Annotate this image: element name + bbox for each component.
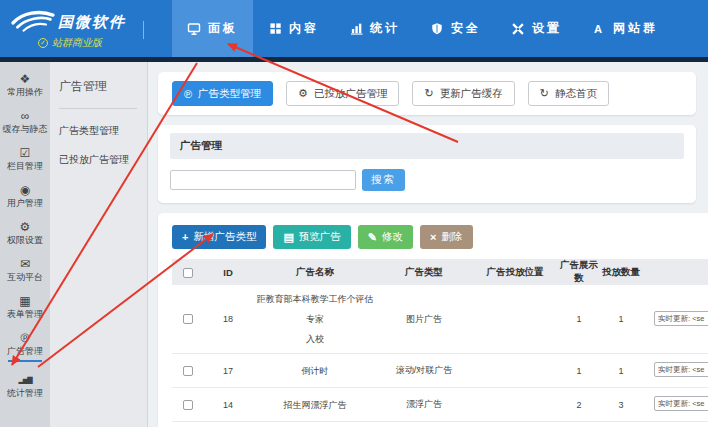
search-button[interactable]: 搜索 (362, 169, 405, 191)
nav-item-settings[interactable]: 设置 (496, 0, 577, 57)
cell-ad-position (470, 388, 560, 422)
svg-text:A: A (594, 23, 605, 35)
close-icon: × (430, 231, 436, 243)
cell-ad-name: 距教育部本科教学工作个评估专家 入校 (252, 285, 378, 354)
gears-icon: ⚙ (298, 87, 308, 100)
table-row: 18 距教育部本科教学工作个评估专家 入校 图片广告 1 1 实时更新: <se (172, 285, 708, 354)
submenu-title: 广告管理 (59, 78, 137, 109)
submenu-panel: 广告管理 广告类型管理 已投放广告管理 (50, 62, 148, 427)
table-row: 17 倒计时 滚动/对联广告 1 1 实时更新: <se (172, 354, 708, 388)
nav-item-content[interactable]: 内容 (253, 0, 334, 57)
submenu-item-ad-type-management[interactable]: 广告类型管理 (59, 124, 147, 138)
sidebar-item-permission-settings[interactable]: ⚙ 权限设置 (0, 220, 50, 246)
search-input[interactable] (170, 170, 356, 190)
realtime-update-input[interactable]: 实时更新: <se (654, 311, 708, 326)
row-checkbox[interactable] (183, 400, 193, 410)
cell-id: 17 (204, 354, 252, 388)
monitor-icon (187, 22, 201, 36)
cell-ad-type: 漂浮广告 (378, 388, 470, 422)
sidebar-item-column-management[interactable]: ☑ 栏目管理 (0, 146, 50, 172)
select-all-checkbox[interactable] (183, 268, 193, 278)
cell-ad-type: 图片广告 (378, 422, 470, 427)
col-header-ad-position: 广告投放位置 (470, 259, 560, 285)
cell-ad-position (470, 422, 560, 427)
gear-icon: ⚙ (0, 220, 50, 234)
row-checkbox[interactable] (183, 366, 193, 376)
brand-subtitle: ✓ 站群商业版 (38, 36, 102, 50)
document-icon: ▤ (283, 231, 293, 244)
tab-static-homepage[interactable]: ↻ 静态首页 (528, 81, 609, 106)
add-ad-type-button[interactable]: + 新增广告类型 (172, 225, 266, 249)
tab-ad-type-management[interactable]: ℗ 广告类型管理 (172, 81, 273, 106)
tab-buttons-card: ℗ 广告类型管理 ⚙ 已投放广告管理 ↻ 更新广告缓存 ↻ 静态首页 (158, 72, 696, 115)
grid-icon (268, 22, 282, 36)
cell-id: 18 (204, 285, 252, 354)
realtime-update-input[interactable]: 实时更新: <se (654, 362, 708, 377)
cell-placements: 1 (598, 354, 644, 388)
nav-label: 统计 (370, 20, 400, 37)
sidebar-item-cache-static[interactable]: ∞ 缓存与静态 (0, 109, 50, 135)
table-header-row: ID 广告名称 广告类型 广告投放位置 广告展示数 投放数量 (172, 259, 708, 285)
col-header-ad-name: 广告名称 (252, 259, 378, 285)
nav-item-statistics[interactable]: 统计 (334, 0, 415, 57)
megaphone-icon: ℗ (184, 88, 192, 100)
envelope-icon: ✉ (0, 257, 50, 271)
cell-ad-type: 滚动/对联广告 (378, 354, 470, 388)
sidebar-item-user-management[interactable]: ◉ 用户管理 (0, 183, 50, 209)
tab-placed-ads-management[interactable]: ⚙ 已投放广告管理 (286, 81, 399, 106)
edit-button[interactable]: ✎ 修改 (358, 225, 413, 249)
cell-ad-type: 图片广告 (378, 285, 470, 354)
col-header-placements: 投放数量 (598, 259, 644, 285)
delete-button[interactable]: × 删除 (420, 225, 472, 249)
table-row: 13 右下角广告 图片广告 1 1 实时更新: <se (172, 422, 708, 427)
brand-title: 国微软件 (58, 13, 126, 32)
sidebar-item-common-operations[interactable]: ❖ 常用操作 (0, 72, 50, 98)
brand-separator (143, 21, 144, 39)
cell-ad-name: 倒计时 (252, 354, 378, 388)
active-underline (8, 360, 42, 362)
main-nav: 面板 内容 统计 安全 设置 A (172, 0, 673, 57)
sidebar-item-statistics-management[interactable]: ▂▅▇ 统计管理 (0, 373, 50, 399)
sidebar-item-interaction-platform[interactable]: ✉ 互动平台 (0, 257, 50, 283)
col-header-impressions: 广告展示数 (560, 259, 598, 285)
brand-subtitle-text: 站群商业版 (52, 36, 102, 50)
cell-impressions: 1 (560, 422, 598, 427)
ads-table: ID 广告名称 广告类型 广告投放位置 广告展示数 投放数量 18 距教育部本科… (172, 259, 708, 427)
col-header-id: ID (204, 259, 252, 285)
table-body: 18 距教育部本科教学工作个评估专家 入校 图片广告 1 1 实时更新: <se… (172, 285, 708, 427)
cell-id: 14 (204, 388, 252, 422)
sidebar-item-ad-management[interactable]: ℗ 广告管理 (0, 331, 50, 362)
left-icon-sidebar: ❖ 常用操作 ∞ 缓存与静态 ☑ 栏目管理 ◉ 用户管理 ⚙ 权限设置 ✉ 互动… (0, 62, 50, 427)
top-header: 国微软件 ✓ 站群商业版 面板 内容 统计 (0, 0, 708, 62)
col-header-blank (644, 259, 708, 285)
brand-swoosh-icon (10, 9, 56, 35)
nav-item-website-group[interactable]: A 网站群 (577, 0, 673, 57)
nav-item-security[interactable]: 安全 (415, 0, 496, 57)
main-content: ℗ 广告类型管理 ⚙ 已投放广告管理 ↻ 更新广告缓存 ↻ 静态首页 广告管理 … (148, 62, 708, 427)
brand-block: 国微软件 ✓ 站群商业版 (0, 0, 144, 57)
cell-placements: 1 (598, 422, 644, 427)
link-icon: ∞ (0, 109, 50, 123)
calendar-icon: ▦ (0, 294, 50, 308)
tab-refresh-ad-cache[interactable]: ↻ 更新广告缓存 (412, 81, 514, 106)
cell-impressions: 1 (560, 354, 598, 388)
ad-search-card: 广告管理 搜索 (158, 125, 696, 203)
col-header-ad-type: 广告类型 (378, 259, 470, 285)
row-checkbox[interactable] (183, 314, 193, 324)
plus-icon: + (182, 231, 188, 243)
brand-badge-icon: ✓ (38, 38, 48, 48)
nav-item-dashboard[interactable]: 面板 (172, 0, 253, 57)
bar-chart-icon (349, 22, 363, 36)
megaphone-icon: ℗ (0, 331, 50, 345)
sidebar-item-form-management[interactable]: ▦ 表单管理 (0, 294, 50, 320)
cell-placements: 1 (598, 285, 644, 354)
preview-ad-button[interactable]: ▤ 预览广告 (273, 225, 350, 249)
table-toolbar: + 新增广告类型 ▤ 预览广告 ✎ 修改 × 删除 (158, 225, 708, 259)
cell-placements: 3 (598, 388, 644, 422)
submenu-item-placed-ads-management[interactable]: 已投放广告管理 (59, 153, 147, 167)
cell-id: 13 (204, 422, 252, 427)
letter-a-icon: A (592, 22, 606, 36)
ad-table-card: + 新增广告类型 ▤ 预览广告 ✎ 修改 × 删除 (158, 213, 708, 427)
realtime-update-input[interactable]: 实时更新: <se (654, 396, 708, 411)
nav-label: 内容 (289, 20, 319, 37)
